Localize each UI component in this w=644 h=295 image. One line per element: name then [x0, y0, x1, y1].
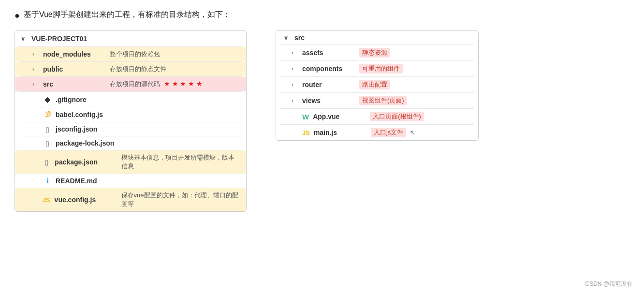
file-name: jsconfig.json [56, 125, 118, 133]
list-item: {} package.json 模块基本信息，项目开发所需模块，版本信息 [15, 150, 246, 174]
tag-label: 视图组件(页面) [359, 96, 407, 105]
file-desc: 保存vue配置的文件，如：代理、端口的配置等 [121, 191, 240, 208]
file-name: README.md [56, 177, 118, 185]
list-item: › node_modules 整个项目的依赖包 [15, 47, 246, 61]
right-panel-header: ∨ src [276, 31, 478, 44]
left-file-tree-panel: ∨ VUE-PROJECT01 › node_modules 整个项目的依赖包 … [15, 30, 247, 212]
list-item: ◆ .gitignore [15, 92, 246, 107]
file-name: src [43, 80, 106, 88]
file-desc: 整个项目的依赖包 [110, 50, 160, 59]
vue-icon: W [302, 113, 309, 121]
file-name: babel.config.js [56, 111, 118, 118]
git-icon: ◆ [43, 95, 52, 104]
chevron-icon: › [292, 49, 298, 56]
file-name: node_modules [43, 50, 106, 58]
tag-label: 可重用的组件 [359, 64, 403, 74]
main-content: ∨ VUE-PROJECT01 › node_modules 整个项目的依赖包 … [15, 30, 629, 212]
tag-label: 静态资源 [359, 48, 390, 58]
file-name: vue.config.js [55, 196, 117, 204]
cursor-icon: ↖ [410, 129, 415, 136]
file-name: App.vue [313, 113, 366, 120]
list-item: {} package-lock.json [15, 136, 246, 150]
file-name: router [302, 81, 355, 88]
list-item: › src 存放项目的源代码 ★ ★ ★ ★ ★ [15, 77, 246, 91]
list-item: › router 路由配置 [276, 77, 478, 92]
file-name: components [302, 65, 355, 73]
chevron-icon: › [32, 51, 39, 58]
file-desc: 存放项目的源代码 ★ ★ ★ ★ ★ [110, 80, 203, 88]
chevron-icon: › [32, 66, 39, 73]
left-panel-title: VUE-PROJECT01 [31, 35, 87, 43]
js-icon: JS [42, 196, 51, 204]
intro-text: 基于Vue脚手架创建出来的工程，有标准的目录结构，如下： [24, 10, 231, 20]
tag-label: 入口页面(根组件) [370, 112, 424, 121]
intro-line: ● 基于Vue脚手架创建出来的工程，有标准的目录结构，如下： [15, 10, 629, 22]
chevron-icon: › [292, 81, 298, 88]
chevron-icon: › [292, 65, 298, 72]
json-icon: {} [43, 140, 52, 147]
file-name: .gitignore [56, 96, 118, 103]
file-name: package.json [55, 158, 117, 166]
chevron-icon: › [292, 97, 298, 104]
file-name: assets [302, 49, 355, 57]
list-item: › views 视图组件(页面) [276, 93, 478, 108]
file-desc: 模块基本信息，项目开发所需模块，版本信息 [121, 153, 240, 171]
babel-icon: ℬ [43, 110, 52, 119]
json-icon: {} [42, 159, 51, 166]
list-item: JS main.js 入口js文件 ↖ [276, 125, 478, 140]
left-panel-header: ∨ VUE-PROJECT01 [15, 31, 246, 46]
file-name: main.js [314, 129, 367, 136]
file-name: public [43, 65, 106, 73]
info-icon: ℹ [43, 177, 52, 185]
tag-label: 路由配置 [359, 80, 390, 89]
list-item: {} jsconfig.json [15, 122, 246, 136]
file-name: package-lock.json [56, 139, 118, 147]
chevron-icon: ∨ [284, 34, 291, 41]
js-icon: JS [302, 129, 310, 136]
bullet-point: ● [15, 10, 20, 22]
chevron-icon: ∨ [21, 35, 28, 42]
list-item: ℹ README.md [15, 174, 246, 188]
list-item: › public 存放项目的静态文件 [15, 62, 246, 76]
file-desc: 存放项目的静态文件 [110, 65, 166, 74]
json-icon: {} [43, 126, 52, 133]
list-item: W App.vue 入口页面(根组件) [276, 109, 478, 124]
stars: ★ ★ ★ ★ ★ [164, 80, 203, 88]
tag-label: 入口js文件 [371, 128, 406, 137]
list-item: JS vue.config.js 保存vue配置的文件，如：代理、端口的配置等 [15, 188, 246, 211]
file-name: views [302, 97, 355, 104]
right-panel-title: src [294, 34, 305, 42]
list-item: ℬ babel.config.js [15, 107, 246, 122]
chevron-icon: › [32, 81, 39, 88]
right-src-panel: ∨ src › assets 静态资源 › components 可重用的组件 … [276, 30, 479, 141]
list-item: › components 可重用的组件 [276, 61, 478, 76]
list-item: › assets 静态资源 [276, 45, 478, 60]
footer-credit: CSDN @我可没有 [585, 280, 632, 288]
